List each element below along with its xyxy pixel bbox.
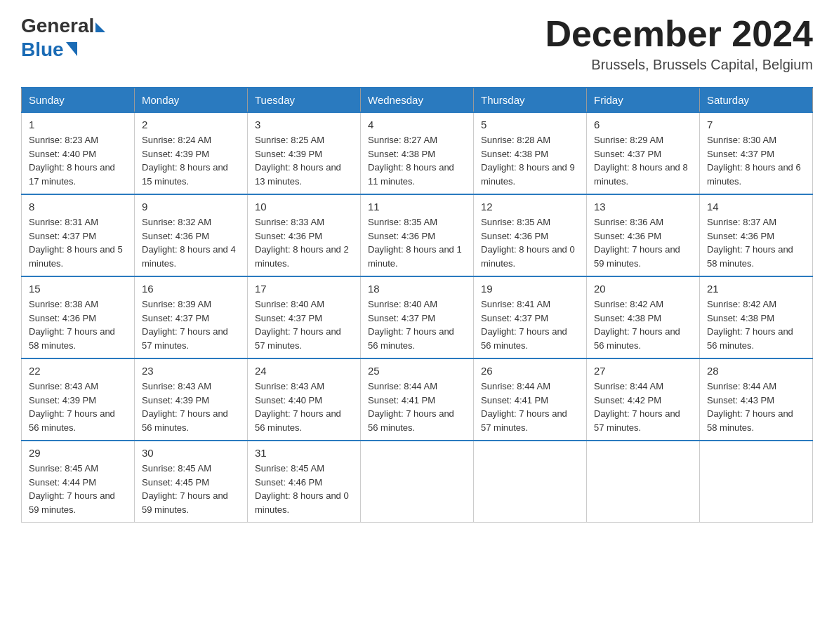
table-row: 13 Sunrise: 8:36 AM Sunset: 4:36 PM Dayl… bbox=[587, 194, 700, 276]
table-row: 2 Sunrise: 8:24 AM Sunset: 4:39 PM Dayli… bbox=[135, 112, 248, 194]
logo-icon bbox=[66, 42, 77, 56]
day-number: 20 bbox=[594, 283, 692, 295]
calendar-week-row: 8 Sunrise: 8:31 AM Sunset: 4:37 PM Dayli… bbox=[22, 194, 813, 276]
day-number: 17 bbox=[255, 283, 353, 295]
day-number: 16 bbox=[142, 283, 240, 295]
day-info: Sunrise: 8:45 AM Sunset: 4:46 PM Dayligh… bbox=[255, 462, 353, 516]
day-info: Sunrise: 8:38 AM Sunset: 4:36 PM Dayligh… bbox=[29, 297, 127, 352]
day-number: 7 bbox=[707, 119, 805, 130]
day-number: 23 bbox=[142, 365, 240, 377]
table-row: 9 Sunrise: 8:32 AM Sunset: 4:36 PM Dayli… bbox=[135, 194, 248, 276]
day-info: Sunrise: 8:29 AM Sunset: 4:37 PM Dayligh… bbox=[594, 133, 692, 188]
table-row bbox=[474, 441, 587, 523]
table-row: 31 Sunrise: 8:45 AM Sunset: 4:46 PM Dayl… bbox=[248, 441, 361, 523]
table-row: 8 Sunrise: 8:31 AM Sunset: 4:37 PM Dayli… bbox=[22, 194, 135, 276]
day-info: Sunrise: 8:42 AM Sunset: 4:38 PM Dayligh… bbox=[707, 297, 805, 352]
table-row: 17 Sunrise: 8:40 AM Sunset: 4:37 PM Dayl… bbox=[248, 276, 361, 358]
day-number: 29 bbox=[29, 447, 127, 459]
day-info: Sunrise: 8:43 AM Sunset: 4:40 PM Dayligh… bbox=[255, 380, 353, 434]
day-info: Sunrise: 8:25 AM Sunset: 4:39 PM Dayligh… bbox=[255, 133, 353, 188]
day-info: Sunrise: 8:44 AM Sunset: 4:41 PM Dayligh… bbox=[368, 380, 466, 434]
table-row: 25 Sunrise: 8:44 AM Sunset: 4:41 PM Dayl… bbox=[361, 358, 474, 441]
table-row: 22 Sunrise: 8:43 AM Sunset: 4:39 PM Dayl… bbox=[22, 358, 135, 441]
day-info: Sunrise: 8:41 AM Sunset: 4:37 PM Dayligh… bbox=[481, 297, 579, 352]
day-number: 13 bbox=[594, 201, 692, 213]
day-number: 12 bbox=[481, 201, 579, 213]
day-info: Sunrise: 8:43 AM Sunset: 4:39 PM Dayligh… bbox=[29, 380, 127, 434]
location-text: Brussels, Brussels Capital, Belgium bbox=[545, 57, 813, 73]
table-row bbox=[700, 441, 813, 523]
day-info: Sunrise: 8:40 AM Sunset: 4:37 PM Dayligh… bbox=[255, 297, 353, 352]
day-info: Sunrise: 8:44 AM Sunset: 4:43 PM Dayligh… bbox=[707, 380, 805, 434]
table-row: 5 Sunrise: 8:28 AM Sunset: 4:38 PM Dayli… bbox=[474, 112, 587, 194]
day-number: 25 bbox=[368, 365, 466, 377]
day-number: 4 bbox=[368, 119, 466, 130]
table-row: 30 Sunrise: 8:45 AM Sunset: 4:45 PM Dayl… bbox=[135, 441, 248, 523]
day-info: Sunrise: 8:24 AM Sunset: 4:39 PM Dayligh… bbox=[142, 133, 240, 188]
table-row: 18 Sunrise: 8:40 AM Sunset: 4:37 PM Dayl… bbox=[361, 276, 474, 358]
day-info: Sunrise: 8:35 AM Sunset: 4:36 PM Dayligh… bbox=[481, 215, 579, 270]
col-monday: Monday bbox=[135, 88, 248, 112]
table-row: 16 Sunrise: 8:39 AM Sunset: 4:37 PM Dayl… bbox=[135, 276, 248, 358]
page-header: General Blue December 2024 Brussels, Bru… bbox=[21, 14, 813, 73]
table-row: 14 Sunrise: 8:37 AM Sunset: 4:36 PM Dayl… bbox=[700, 194, 813, 276]
day-info: Sunrise: 8:31 AM Sunset: 4:37 PM Dayligh… bbox=[29, 215, 127, 270]
day-info: Sunrise: 8:45 AM Sunset: 4:45 PM Dayligh… bbox=[142, 462, 240, 516]
day-info: Sunrise: 8:30 AM Sunset: 4:37 PM Dayligh… bbox=[707, 133, 805, 188]
logo-blue-text: Blue bbox=[21, 38, 77, 62]
day-number: 15 bbox=[29, 283, 127, 295]
day-number: 22 bbox=[29, 365, 127, 377]
day-number: 27 bbox=[594, 365, 692, 377]
day-number: 18 bbox=[368, 283, 466, 295]
day-number: 30 bbox=[142, 447, 240, 459]
day-number: 14 bbox=[707, 201, 805, 213]
table-row: 10 Sunrise: 8:33 AM Sunset: 4:36 PM Dayl… bbox=[248, 194, 361, 276]
month-title: December 2024 bbox=[545, 14, 813, 54]
table-row: 11 Sunrise: 8:35 AM Sunset: 4:36 PM Dayl… bbox=[361, 194, 474, 276]
col-tuesday: Tuesday bbox=[248, 88, 361, 112]
calendar-week-row: 1 Sunrise: 8:23 AM Sunset: 4:40 PM Dayli… bbox=[22, 112, 813, 194]
day-info: Sunrise: 8:44 AM Sunset: 4:41 PM Dayligh… bbox=[481, 380, 579, 434]
table-row: 6 Sunrise: 8:29 AM Sunset: 4:37 PM Dayli… bbox=[587, 112, 700, 194]
table-row: 28 Sunrise: 8:44 AM Sunset: 4:43 PM Dayl… bbox=[700, 358, 813, 441]
day-info: Sunrise: 8:44 AM Sunset: 4:42 PM Dayligh… bbox=[594, 380, 692, 434]
day-info: Sunrise: 8:45 AM Sunset: 4:44 PM Dayligh… bbox=[29, 462, 127, 516]
day-info: Sunrise: 8:28 AM Sunset: 4:38 PM Dayligh… bbox=[481, 133, 579, 188]
table-row: 27 Sunrise: 8:44 AM Sunset: 4:42 PM Dayl… bbox=[587, 358, 700, 441]
table-row: 23 Sunrise: 8:43 AM Sunset: 4:39 PM Dayl… bbox=[135, 358, 248, 441]
table-row: 29 Sunrise: 8:45 AM Sunset: 4:44 PM Dayl… bbox=[22, 441, 135, 523]
table-row bbox=[361, 441, 474, 523]
table-row: 3 Sunrise: 8:25 AM Sunset: 4:39 PM Dayli… bbox=[248, 112, 361, 194]
table-row: 7 Sunrise: 8:30 AM Sunset: 4:37 PM Dayli… bbox=[700, 112, 813, 194]
table-row: 19 Sunrise: 8:41 AM Sunset: 4:37 PM Dayl… bbox=[474, 276, 587, 358]
svg-marker-0 bbox=[66, 42, 77, 56]
table-row: 12 Sunrise: 8:35 AM Sunset: 4:36 PM Dayl… bbox=[474, 194, 587, 276]
day-number: 21 bbox=[707, 283, 805, 295]
calendar-week-row: 29 Sunrise: 8:45 AM Sunset: 4:44 PM Dayl… bbox=[22, 441, 813, 523]
day-info: Sunrise: 8:42 AM Sunset: 4:38 PM Dayligh… bbox=[594, 297, 692, 352]
day-info: Sunrise: 8:33 AM Sunset: 4:36 PM Dayligh… bbox=[255, 215, 353, 270]
day-number: 19 bbox=[481, 283, 579, 295]
title-block: December 2024 Brussels, Brussels Capital… bbox=[545, 14, 813, 73]
day-number: 1 bbox=[29, 119, 127, 130]
day-info: Sunrise: 8:35 AM Sunset: 4:36 PM Dayligh… bbox=[368, 215, 466, 270]
table-row: 15 Sunrise: 8:38 AM Sunset: 4:36 PM Dayl… bbox=[22, 276, 135, 358]
logo: General Blue bbox=[21, 14, 105, 61]
day-number: 6 bbox=[594, 119, 692, 130]
day-info: Sunrise: 8:36 AM Sunset: 4:36 PM Dayligh… bbox=[594, 215, 692, 270]
day-number: 31 bbox=[255, 447, 353, 459]
calendar-table: Sunday Monday Tuesday Wednesday Thursday… bbox=[21, 87, 813, 523]
col-wednesday: Wednesday bbox=[361, 88, 474, 112]
table-row: 24 Sunrise: 8:43 AM Sunset: 4:40 PM Dayl… bbox=[248, 358, 361, 441]
calendar-header-row: Sunday Monday Tuesday Wednesday Thursday… bbox=[22, 88, 813, 112]
col-friday: Friday bbox=[587, 88, 700, 112]
day-number: 2 bbox=[142, 119, 240, 130]
day-info: Sunrise: 8:40 AM Sunset: 4:37 PM Dayligh… bbox=[368, 297, 466, 352]
calendar-week-row: 22 Sunrise: 8:43 AM Sunset: 4:39 PM Dayl… bbox=[22, 358, 813, 441]
table-row bbox=[587, 441, 700, 523]
logo-general-text: General bbox=[21, 14, 105, 38]
table-row: 26 Sunrise: 8:44 AM Sunset: 4:41 PM Dayl… bbox=[474, 358, 587, 441]
day-info: Sunrise: 8:39 AM Sunset: 4:37 PM Dayligh… bbox=[142, 297, 240, 352]
day-number: 5 bbox=[481, 119, 579, 130]
day-number: 10 bbox=[255, 201, 353, 213]
